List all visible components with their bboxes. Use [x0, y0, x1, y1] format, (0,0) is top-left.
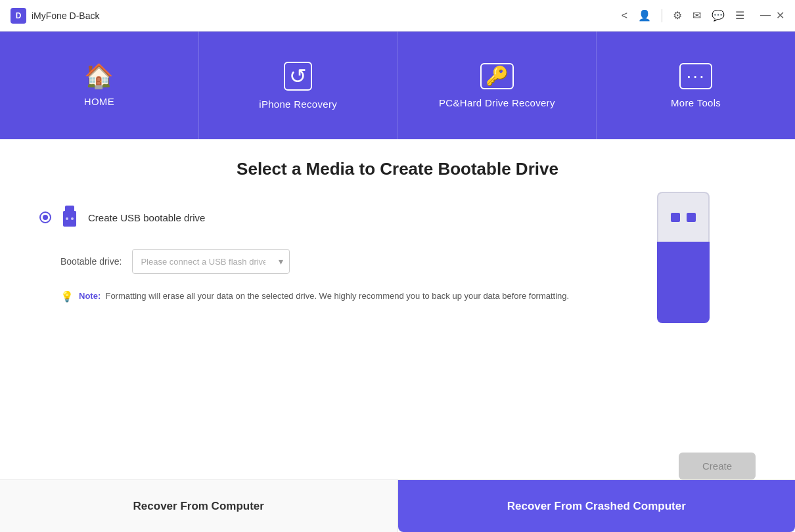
account-icon[interactable]: 👤: [638, 9, 651, 22]
usb-illustration: [650, 192, 716, 323]
titlebar-controls: < 👤 ⚙ ✉ 💬 ☰ — ✕: [622, 9, 784, 22]
share-icon[interactable]: <: [622, 10, 627, 22]
usb-option-label: Create USB bootable drive: [88, 212, 205, 223]
mail-icon[interactable]: ✉: [693, 9, 701, 22]
usb-dot-left: [671, 213, 680, 222]
nav-more-tools[interactable]: ··· More Tools: [597, 32, 795, 139]
pc-recovery-icon: 🔑: [480, 63, 514, 89]
bottom-bar: Recover From Computer Recover From Crash…: [0, 479, 795, 532]
bootable-drive-dropdown-wrapper: Please connect a USB flash drive ▾: [132, 249, 290, 274]
nav-home-label: HOME: [84, 96, 114, 107]
lightbulb-icon: 💡: [60, 290, 74, 303]
create-button-wrapper: Create: [679, 453, 756, 479]
usb-big-graphic: [650, 192, 716, 323]
create-button[interactable]: Create: [679, 453, 756, 479]
app-name: iMyFone D-Back: [32, 11, 99, 21]
nav-iphone-recovery[interactable]: ↺ iPhone Recovery: [199, 32, 398, 139]
minimize-button[interactable]: —: [760, 9, 771, 22]
usb-radio-button[interactable]: [39, 211, 51, 223]
recover-from-computer-button[interactable]: Recover From Computer: [0, 480, 398, 532]
note-text: Note: Formatting will erase all your dat…: [79, 290, 569, 303]
nav-home[interactable]: 🏠 HOME: [0, 32, 199, 139]
settings-icon[interactable]: ⚙: [673, 9, 682, 22]
main-content: Select a Media to Create Bootable Drive …: [0, 139, 795, 532]
navbar: 🏠 HOME ↺ iPhone Recovery 🔑 PC&Hard Drive…: [0, 32, 795, 139]
titlebar: D iMyFone D-Back < 👤 ⚙ ✉ 💬 ☰ — ✕: [0, 0, 795, 32]
bootable-drive-select[interactable]: Please connect a USB flash drive: [132, 249, 290, 274]
usb-dot-right: [687, 213, 696, 222]
nav-more-tools-label: More Tools: [671, 97, 721, 108]
window-buttons: — ✕: [760, 9, 784, 22]
page-title: Select a Media to Create Bootable Drive: [39, 159, 756, 179]
nav-iphone-recovery-label: iPhone Recovery: [259, 99, 337, 110]
usb-option-row: Create USB bootable drive: [39, 206, 756, 229]
content-area: Select a Media to Create Bootable Drive …: [0, 139, 795, 479]
menu-icon[interactable]: ☰: [735, 9, 744, 22]
bootable-drive-label: Bootable drive:: [60, 256, 122, 267]
note-body: Formatting will erase all your data on t…: [105, 291, 569, 301]
separator: [662, 9, 662, 22]
more-tools-icon: ···: [679, 63, 712, 89]
home-icon: 🏠: [84, 64, 114, 88]
nav-pc-hard-drive[interactable]: 🔑 PC&Hard Drive Recovery: [398, 32, 597, 139]
close-button[interactable]: ✕: [776, 9, 784, 22]
iphone-recovery-icon: ↺: [284, 62, 312, 91]
usb-small-icon: [60, 206, 79, 229]
chat-icon[interactable]: 💬: [712, 9, 725, 22]
usb-body-section: [657, 242, 710, 323]
usb-top-section: [657, 192, 710, 242]
nav-pc-hard-drive-label: PC&Hard Drive Recovery: [439, 97, 555, 108]
recover-from-crashed-computer-button[interactable]: Recover From Crashed Computer: [398, 480, 796, 532]
note-label: Note:: [79, 291, 101, 301]
app-logo: D: [11, 8, 26, 24]
